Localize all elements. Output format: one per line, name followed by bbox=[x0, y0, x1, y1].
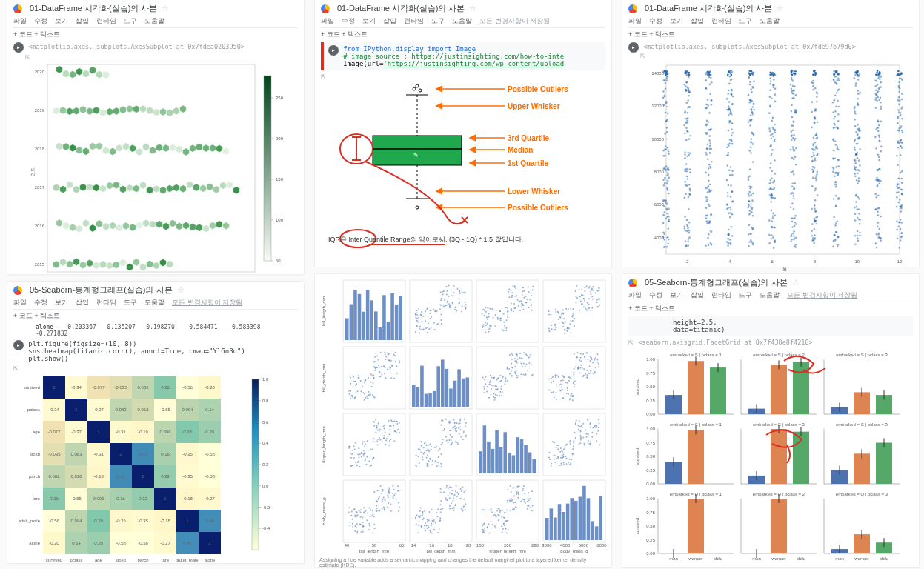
star-icon[interactable]: ☆ bbox=[177, 285, 185, 295]
menu-runtime[interactable]: 런타임 bbox=[96, 16, 116, 26]
svg-rect-802 bbox=[441, 359, 445, 407]
menu-file[interactable]: 파일 bbox=[321, 16, 334, 26]
menu-help[interactable]: 도움말 bbox=[452, 16, 472, 26]
svg-point-2292 bbox=[771, 149, 774, 151]
doc-title[interactable]: 01-DataFrame 시각화(실습)의 사본 bbox=[30, 3, 157, 14]
svg-text:0.25: 0.25 bbox=[646, 538, 655, 542]
toolbar[interactable]: + 코드 + 텍스트 bbox=[628, 30, 675, 38]
svg-rect-2964 bbox=[688, 430, 704, 484]
svg-point-2237 bbox=[752, 228, 754, 230]
menu-insert[interactable]: 삽입 bbox=[691, 16, 704, 26]
svg-point-2306 bbox=[774, 87, 777, 90]
menu-runtime[interactable]: 런타임 bbox=[711, 290, 731, 300]
code[interactable]: plt.figure(figsize=(10, 8)) sns.heatmap(… bbox=[28, 340, 245, 362]
run-icon[interactable]: ▸ bbox=[13, 340, 24, 350]
menu-runtime[interactable]: 런타임 bbox=[404, 16, 424, 26]
run-icon[interactable]: ▸ bbox=[13, 42, 24, 53]
toolbar[interactable]: + 코드 + 텍스트 bbox=[13, 312, 60, 319]
svg-point-551 bbox=[531, 304, 532, 305]
svg-point-1436 bbox=[385, 501, 386, 502]
menu-insert[interactable]: 삽입 bbox=[383, 16, 396, 26]
svg-point-1611 bbox=[497, 514, 499, 516]
svg-point-2137 bbox=[731, 132, 734, 134]
menu-insert[interactable]: 삽입 bbox=[691, 290, 704, 300]
star-icon[interactable]: ☆ bbox=[777, 4, 784, 13]
svg-rect-1718 bbox=[566, 504, 570, 540]
svg-point-1231 bbox=[448, 442, 449, 443]
svg-point-742 bbox=[374, 370, 376, 371]
menu-edit[interactable]: 수정 bbox=[649, 16, 662, 26]
svg-point-642 bbox=[591, 307, 593, 309]
svg-point-2145 bbox=[728, 212, 730, 214]
menu-insert[interactable]: 삽입 bbox=[76, 16, 89, 26]
menu-runtime[interactable]: 런타임 bbox=[711, 16, 731, 26]
svg-point-860 bbox=[484, 379, 485, 381]
menu-edit[interactable]: 수정 bbox=[649, 290, 662, 300]
menu-view[interactable]: 보기 bbox=[362, 16, 376, 26]
svg-point-1451 bbox=[398, 502, 399, 504]
menu-view[interactable]: 보기 bbox=[55, 16, 68, 26]
svg-point-1096 bbox=[387, 436, 388, 437]
menu-view[interactable]: 보기 bbox=[670, 16, 683, 26]
svg-point-1510 bbox=[419, 515, 420, 516]
svg-point-2142 bbox=[726, 146, 728, 148]
menu-file[interactable]: 파일 bbox=[13, 16, 27, 26]
menu-view[interactable]: 보기 bbox=[670, 290, 683, 300]
menu-help[interactable]: 도움말 bbox=[144, 16, 164, 26]
toolbar[interactable]: + 코드 + 텍스트 bbox=[321, 30, 368, 38]
menu-edit[interactable]: 수정 bbox=[34, 16, 47, 26]
menu-edit[interactable]: 수정 bbox=[342, 16, 355, 26]
svg-point-1460 bbox=[373, 491, 375, 493]
output-indicator-icon[interactable]: ⇱ bbox=[321, 73, 326, 80]
svg-point-1247 bbox=[458, 427, 459, 429]
menu-file[interactable]: 파일 bbox=[628, 16, 642, 26]
run-icon[interactable]: ▸ bbox=[328, 45, 339, 56]
menu-edit[interactable]: 수정 bbox=[34, 298, 47, 307]
doc-title[interactable]: 01-DataFrame 시각화(실습)의 사본 bbox=[645, 3, 772, 14]
svg-point-2099 bbox=[728, 83, 731, 85]
menu-tools[interactable]: 도구 bbox=[124, 298, 137, 307]
doc-title[interactable]: 05-Seaborn-통계형그래프(실습)의 사본 bbox=[645, 277, 788, 288]
menu-help[interactable]: 도움말 bbox=[760, 290, 780, 300]
run-icon[interactable]: ▸ bbox=[628, 42, 639, 53]
code-cell[interactable]: height=2.5, data=titanic) bbox=[628, 316, 913, 336]
output-indicator-icon[interactable]: ⇱ bbox=[25, 54, 30, 61]
doc-title[interactable]: 05-Seaborn-통계형그래프(실습)의 사본 bbox=[30, 284, 173, 296]
svg-point-1234 bbox=[459, 426, 461, 427]
menu-help[interactable]: 도움말 bbox=[760, 16, 780, 26]
svg-point-1425 bbox=[360, 516, 362, 518]
star-icon[interactable]: ☆ bbox=[792, 278, 800, 287]
svg-point-849 bbox=[496, 386, 497, 387]
menu-file[interactable]: 파일 bbox=[13, 298, 27, 307]
svg-point-1565 bbox=[445, 487, 447, 488]
toolbar[interactable]: + 코드 + 텍스트 bbox=[628, 305, 675, 312]
output-indicator-icon[interactable]: ⇱ bbox=[628, 339, 634, 346]
output-indicator-icon[interactable]: ⇱ bbox=[13, 365, 19, 372]
svg-point-1665 bbox=[515, 506, 516, 508]
menu-help[interactable]: 도움말 bbox=[144, 298, 164, 307]
code-cell[interactable]: ▸ from IPython.display import Image # im… bbox=[321, 42, 605, 70]
svg-point-2245 bbox=[749, 74, 751, 76]
svg-point-1547 bbox=[449, 505, 451, 507]
svg-point-1360 bbox=[589, 423, 591, 425]
toolbar[interactable]: + 코드 + 텍스트 bbox=[13, 30, 60, 38]
menu-view[interactable]: 보기 bbox=[55, 298, 68, 307]
svg-point-668 bbox=[581, 294, 582, 296]
svg-point-1042 bbox=[360, 453, 362, 454]
svg-point-980 bbox=[574, 367, 575, 369]
star-icon[interactable]: ☆ bbox=[162, 4, 169, 13]
menu-tools[interactable]: 도구 bbox=[124, 16, 137, 26]
menu-insert[interactable]: 삽입 bbox=[76, 298, 89, 307]
doc-title[interactable]: 01-DataFrame 시각화(실습)의 사본 bbox=[337, 3, 465, 14]
menu-runtime[interactable]: 런타임 bbox=[96, 298, 116, 307]
code-cell[interactable]: ▸ plt.figure(figsize=(10, 8)) sns.heatma… bbox=[13, 340, 298, 362]
svg-point-1244 bbox=[456, 427, 457, 429]
svg-point-2904 bbox=[897, 238, 899, 240]
menu-tools[interactable]: 도구 bbox=[739, 290, 752, 300]
menu-tools[interactable]: 도구 bbox=[739, 16, 752, 26]
star-icon[interactable]: ☆ bbox=[469, 4, 476, 13]
menu-tools[interactable]: 도구 bbox=[431, 16, 445, 26]
menu-file[interactable]: 파일 bbox=[628, 290, 642, 300]
output-indicator-icon[interactable]: ⇱ bbox=[640, 53, 645, 59]
svg-point-2911 bbox=[901, 189, 903, 191]
